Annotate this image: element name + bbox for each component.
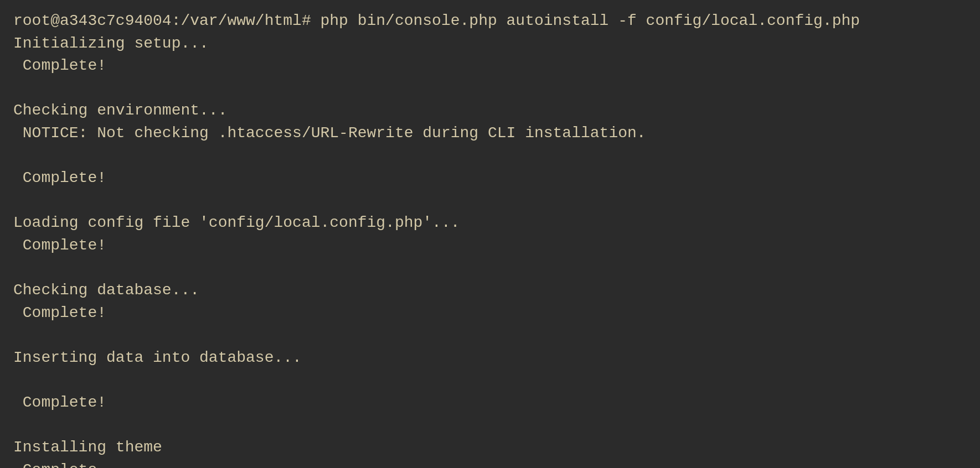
terminal-line-empty-2 xyxy=(13,145,967,168)
terminal-line-init-start: Initializing setup... xyxy=(13,33,967,55)
terminal-line-check-db: Checking database... xyxy=(13,279,967,302)
terminal-line-db-complete: Complete! xyxy=(13,302,967,325)
terminal-line-empty-3 xyxy=(13,190,967,212)
terminal-line-notice-htaccess: NOTICE: Not checking .htaccess/URL-Rewri… xyxy=(13,122,967,145)
terminal-line-config-complete: Complete! xyxy=(13,235,967,257)
terminal-line-theme-complete: Complete xyxy=(13,459,967,468)
terminal-line-loading-config: Loading config file 'config/local.config… xyxy=(13,212,967,235)
terminal-line-install-theme: Installing theme xyxy=(13,436,967,459)
terminal-line-empty-5 xyxy=(13,324,967,347)
terminal-line-check-env: Checking environment... xyxy=(13,100,967,122)
terminal-line-empty-6 xyxy=(13,370,967,392)
terminal-line-empty-4 xyxy=(13,257,967,280)
terminal-line-init-complete: Complete! xyxy=(13,55,967,77)
terminal-line-empty-7 xyxy=(13,414,967,437)
terminal-window[interactable]: root@a343c7c94004:/var/www/html# php bin… xyxy=(13,10,967,458)
terminal-line-insert-db: Inserting data into database... xyxy=(13,347,967,370)
terminal-line-insert-complete: Complete! xyxy=(13,392,967,414)
terminal-line-empty-1 xyxy=(13,77,967,100)
terminal-line-cmd-line: root@a343c7c94004:/var/www/html# php bin… xyxy=(13,10,967,33)
terminal-line-env-complete: Complete! xyxy=(13,167,967,190)
